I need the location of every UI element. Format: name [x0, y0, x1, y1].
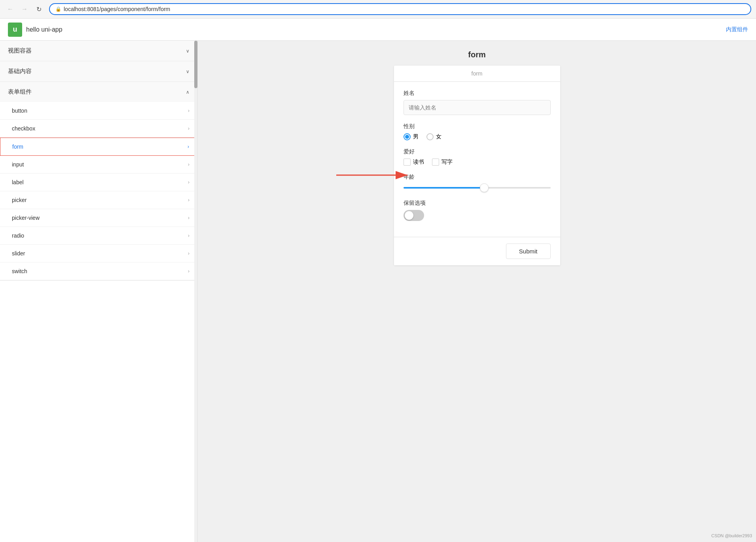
keep-label: 保留选项: [404, 200, 551, 207]
sidebar-item-label: slider: [12, 250, 25, 257]
radio-female-circle: [426, 133, 434, 140]
sidebar-item-label[interactable]: label ›: [0, 174, 197, 191]
sidebar-item-checkbox[interactable]: checkbox ›: [0, 120, 197, 138]
toggle-switch[interactable]: [404, 210, 424, 221]
age-field: 年龄: [404, 174, 551, 192]
sidebar-item-label: form: [12, 144, 23, 150]
sidebar-item-form[interactable]: form ›: [0, 138, 197, 156]
radio-male-label: 男: [413, 133, 419, 140]
chevron-right-icon: ›: [188, 179, 189, 185]
checkbox-reading-box: [404, 159, 411, 166]
chevron-right-icon: ›: [188, 162, 189, 167]
sidebar-item-picker-view[interactable]: picker-view ›: [0, 209, 197, 227]
chevron-right-icon: ›: [188, 108, 189, 113]
sidebar-item-label-text: label: [12, 179, 24, 185]
scrollbar-thumb[interactable]: [194, 41, 197, 88]
name-input[interactable]: [404, 100, 551, 115]
sidebar: 视图容器 ∨ 基础内容 ∨ 表单组件 ∧ button › checkbox: [0, 41, 198, 542]
hobby-label: 爱好: [404, 148, 551, 155]
page-title: form: [468, 50, 485, 59]
gender-radio-group: 男 女: [404, 133, 551, 140]
chevron-right-icon: ›: [188, 215, 189, 221]
sidebar-item-label: radio: [12, 232, 24, 239]
app-header: u hello uni-app 内置组件: [0, 19, 756, 41]
sidebar-item-label: picker-view: [12, 215, 40, 221]
checkbox-writing-label: 写字: [441, 159, 453, 166]
gender-field: 性别 男 女: [404, 123, 551, 140]
sidebar-group-view-container: 视图容器 ∨: [0, 41, 197, 61]
sidebar-item-picker[interactable]: picker ›: [0, 191, 197, 209]
name-field: 姓名: [404, 90, 551, 115]
sidebar-item-label: button: [12, 108, 27, 114]
keep-option-field: 保留选项: [404, 200, 551, 221]
browser-chrome: ← → ↻ 🔒: [0, 0, 756, 19]
scrollbar-track: [194, 41, 197, 542]
slider-fill: [404, 187, 485, 189]
sidebar-group-header-view[interactable]: 视图容器 ∨: [0, 41, 197, 61]
sidebar-item-input[interactable]: input ›: [0, 156, 197, 174]
sidebar-item-label: switch: [12, 268, 27, 274]
sidebar-group-header-form[interactable]: 表单组件 ∧: [0, 82, 197, 102]
sidebar-group-label-form: 表单组件: [8, 88, 32, 96]
sidebar-item-label: checkbox: [12, 125, 35, 132]
sidebar-group-basic-content: 基础内容 ∨: [0, 61, 197, 82]
form-container: 姓名 性别 男 女: [394, 82, 560, 237]
main-layout: 视图容器 ∨ 基础内容 ∨ 表单组件 ∧ button › checkbox: [0, 41, 756, 542]
sidebar-item-switch[interactable]: switch ›: [0, 263, 197, 280]
submit-area: Submit: [394, 237, 560, 265]
forward-button[interactable]: →: [19, 4, 30, 15]
sidebar-item-radio[interactable]: radio ›: [0, 227, 197, 245]
hobby-checkbox-group: 读书 写字: [404, 159, 551, 166]
phone-frame: form 姓名 性别 男: [394, 66, 560, 265]
nav-link[interactable]: 内置组件: [726, 26, 748, 33]
sidebar-item-slider[interactable]: slider ›: [0, 245, 197, 263]
radio-female-label: 女: [436, 133, 441, 140]
radio-male-circle: [404, 133, 411, 140]
sidebar-item-button[interactable]: button ›: [0, 102, 197, 120]
lock-icon: 🔒: [55, 6, 61, 12]
chevron-right-icon: ›: [188, 126, 189, 131]
sidebar-group-label-view: 视图容器: [8, 47, 32, 55]
sidebar-group-header-basic[interactable]: 基础内容 ∨: [0, 61, 197, 81]
slider-track: [404, 187, 551, 189]
chevron-down-icon-2: ∨: [186, 69, 189, 74]
chevron-right-icon: ›: [188, 251, 189, 256]
checkbox-writing[interactable]: 写字: [432, 159, 453, 166]
checkbox-writing-box: [432, 159, 439, 166]
sidebar-item-label: picker: [12, 197, 27, 203]
gender-label: 性别: [404, 123, 551, 130]
slider-thumb[interactable]: [480, 183, 489, 192]
checkbox-reading[interactable]: 读书: [404, 159, 424, 166]
watermark: CSDN @builder2993: [711, 533, 752, 538]
toggle-knob: [405, 211, 413, 220]
app-logo: u hello uni-app: [8, 23, 63, 37]
sidebar-item-label: input: [12, 161, 24, 168]
age-label: 年龄: [404, 174, 551, 181]
app-title: hello uni-app: [26, 26, 63, 33]
back-button[interactable]: ←: [5, 4, 16, 15]
content-area: form form 姓名 性别: [198, 41, 756, 542]
chevron-up-icon: ∧: [186, 89, 189, 95]
phone-header: form: [394, 66, 560, 82]
radio-option-female[interactable]: 女: [426, 133, 441, 140]
chevron-right-icon: ›: [188, 197, 189, 203]
checkbox-reading-label: 读书: [413, 159, 424, 166]
chevron-right-icon: ›: [188, 268, 189, 274]
radio-option-male[interactable]: 男: [404, 133, 419, 140]
submit-button[interactable]: Submit: [506, 244, 551, 259]
chevron-right-icon-active: ›: [188, 144, 189, 149]
address-bar[interactable]: 🔒: [49, 3, 751, 15]
name-label: 姓名: [404, 90, 551, 97]
chevron-right-icon: ›: [188, 233, 189, 238]
hobby-field: 爱好 读书 写字: [404, 148, 551, 166]
nav-buttons: ← → ↻: [5, 4, 44, 15]
logo-icon: u: [8, 23, 22, 37]
chevron-down-icon: ∨: [186, 48, 189, 54]
url-input[interactable]: [64, 6, 745, 12]
slider-container: [404, 184, 551, 192]
sidebar-group-label-basic: 基础内容: [8, 68, 32, 75]
refresh-button[interactable]: ↻: [33, 4, 44, 15]
sidebar-group-form-components: 表单组件 ∧ button › checkbox › form › input …: [0, 82, 197, 281]
